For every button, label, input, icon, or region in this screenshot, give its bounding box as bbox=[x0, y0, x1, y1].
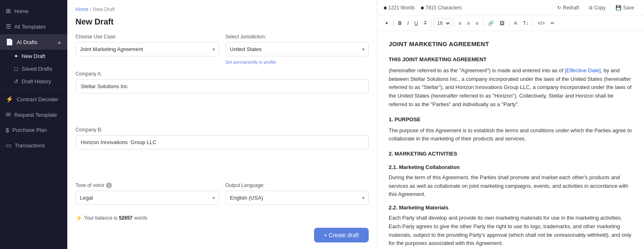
doc-actions: ↻ Redraft ⧉ Copy 💾 Save bbox=[554, 3, 637, 12]
doc-title: JOINT MARKETING AGREEMENT bbox=[389, 39, 633, 49]
section-21-content: During the term of this Agreement, the P… bbox=[389, 173, 633, 199]
copy-button[interactable]: ⧉ Copy bbox=[586, 3, 609, 12]
company-a-input[interactable] bbox=[75, 79, 369, 93]
toolbar-code-btn[interactable]: </> bbox=[535, 19, 547, 28]
card-icon: ▭ bbox=[6, 142, 11, 149]
redraft-icon: ↻ bbox=[557, 5, 561, 11]
history-icon: ↺ bbox=[14, 78, 18, 84]
sidebar-item-transactions[interactable]: ▭ Transactions bbox=[0, 138, 67, 153]
sidebar-item-contract-decoder[interactable]: ⚡ Contract Decoder bbox=[0, 91, 67, 107]
doc-words: 1221 Words bbox=[388, 5, 414, 11]
balance-prefix: Your balance is bbox=[84, 215, 117, 221]
doc-chars: 7815 Characters bbox=[425, 5, 462, 11]
breadcrumb-home[interactable]: Home bbox=[75, 7, 89, 12]
doc-intro-para: (hereinafter referred to as the "Agreeme… bbox=[389, 67, 633, 109]
company-b-label: Company B: bbox=[75, 127, 369, 133]
toolbar-sep-3 bbox=[454, 20, 454, 27]
form-row-tone: Tone of voice ℹ Legal Formal Friendly Pl… bbox=[75, 182, 369, 205]
sidebar-all-templates-label: All Templates bbox=[14, 24, 46, 30]
toolbar-magic-btn[interactable]: ✦ bbox=[382, 19, 391, 28]
jurisdiction-select-wrapper: United States United Kingdom Canada Aust… bbox=[226, 42, 369, 56]
create-draft-button[interactable]: + Create draft bbox=[314, 228, 369, 242]
toolbar-font-color-btn[interactable]: A bbox=[511, 19, 520, 28]
company-b-input[interactable] bbox=[75, 135, 369, 149]
draft-icon: 📄 bbox=[6, 38, 13, 46]
sidebar-home-label: Home bbox=[14, 8, 29, 14]
sidebar-item-draft-history[interactable]: ↺ Draft History bbox=[8, 75, 67, 88]
left-panel: Home / New Draft New Draft Choose Use Ca… bbox=[67, 0, 377, 249]
toolbar-strikethrough-btn[interactable]: T bbox=[421, 19, 429, 28]
draft-history-label: Draft History bbox=[22, 78, 51, 84]
sidebar-purchase-plan-label: Purchase Plan bbox=[12, 127, 47, 133]
page-title: New Draft bbox=[75, 17, 369, 27]
tone-select[interactable]: Legal Formal Friendly Plain bbox=[75, 191, 219, 205]
sidebar-request-template-label: Request Template bbox=[14, 112, 57, 118]
right-panel: 1221 Words 7815 Characters ↻ Redraft ⧉ C… bbox=[377, 0, 644, 249]
toolbar-ol-btn[interactable]: ≡ bbox=[465, 19, 472, 28]
toolbar-underline-btn[interactable]: U bbox=[412, 19, 420, 28]
copy-icon: ⧉ bbox=[589, 5, 593, 11]
chars-dot bbox=[421, 7, 424, 9]
sidebar-item-purchase-plan[interactable]: $ Purchase Plan bbox=[0, 122, 67, 138]
toolbar-sep-1 bbox=[393, 20, 394, 27]
toolbar-link-btn[interactable]: 🔗 bbox=[485, 19, 496, 28]
use-case-label: Choose Use Case: bbox=[75, 34, 219, 40]
sidebar-item-saved-drafts[interactable]: ◻ Saved Drafts bbox=[8, 62, 67, 75]
content-area: Home / New Draft New Draft Choose Use Ca… bbox=[67, 0, 644, 249]
balance-amount: 52657 bbox=[119, 215, 133, 221]
sidebar-transactions-label: Transactions bbox=[15, 142, 45, 149]
chevron-up-icon: ▲ bbox=[57, 40, 62, 44]
toolbar-align-btn[interactable]: ≡ bbox=[473, 19, 481, 28]
breadcrumb: Home / New Draft bbox=[75, 7, 369, 12]
toolbar-text-format-btn[interactable]: T↕ bbox=[520, 19, 531, 28]
jurisdiction-label: Select Jurisdiction: bbox=[226, 34, 369, 40]
toolbar-italic-btn[interactable]: I bbox=[405, 19, 411, 28]
words-dot bbox=[384, 7, 387, 9]
toolbar-sep-6 bbox=[533, 20, 533, 27]
sidebar-ai-drafts-header[interactable]: 📄 AI Drafts ▲ bbox=[0, 34, 67, 50]
jurisdiction-select[interactable]: United States United Kingdom Canada Aust… bbox=[226, 42, 369, 56]
tone-label: Tone of voice ℹ bbox=[75, 182, 219, 188]
sidebar-item-home[interactable]: ⊞ Home bbox=[0, 3, 67, 19]
doc-stats: 1221 Words 7815 Characters bbox=[384, 5, 462, 11]
use-case-select[interactable]: Joint Marketing Agreement NDA Service Ag… bbox=[75, 42, 219, 56]
toolbar-sep-5 bbox=[509, 20, 509, 27]
lightning-icon: ⚡ bbox=[6, 96, 13, 103]
sidebar-contract-decoder-label: Contract Decoder bbox=[17, 96, 58, 102]
toolbar-font-size-select[interactable]: 1612141824 bbox=[434, 18, 451, 28]
sidebar-item-request-template[interactable]: ✉ Request Template bbox=[0, 107, 67, 122]
toolbar-sep-2 bbox=[431, 20, 432, 27]
doc-topbar: 1221 Words 7815 Characters ↻ Redraft ⧉ C… bbox=[377, 0, 644, 16]
form-row-use-case: Choose Use Case: Joint Marketing Agreeme… bbox=[75, 34, 369, 64]
section-1-heading: 1. PURPOSE bbox=[389, 116, 633, 124]
save-icon: 💾 bbox=[615, 5, 622, 11]
save-button[interactable]: 💾 Save bbox=[612, 3, 637, 12]
flash-icon: ⚡ bbox=[75, 215, 82, 221]
sidebar-ai-drafts-sub: ✦ New Draft ◻ Saved Drafts ↺ Draft Histo… bbox=[0, 50, 67, 88]
sidebar-ai-drafts-left: 📄 AI Drafts bbox=[6, 38, 38, 46]
output-lang-select-wrapper: English (USA) French Spanish German bbox=[226, 191, 369, 205]
toolbar-ul-btn[interactable]: ≡ bbox=[456, 19, 464, 28]
output-lang-select[interactable]: English (USA) French Spanish German bbox=[226, 191, 369, 205]
company-a-label: Company A: bbox=[75, 71, 369, 77]
toolbar-bold-btn[interactable]: B bbox=[396, 19, 404, 28]
section-22-heading: 2.2. Marketing Materials bbox=[389, 204, 633, 212]
form-group-company-a: Company A: bbox=[75, 71, 369, 120]
doc-chars-stat: 7815 Characters bbox=[421, 5, 462, 11]
list-icon: ☰ bbox=[6, 23, 11, 30]
breadcrumb-current: New Draft bbox=[93, 7, 115, 12]
sidebar-group-ai-drafts: 📄 AI Drafts ▲ ✦ New Draft ◻ Saved Drafts… bbox=[0, 34, 67, 88]
section-22-content: Each Party shall develop and provide its… bbox=[389, 214, 633, 248]
redraft-label: Redraft bbox=[563, 5, 579, 11]
profile-link[interactable]: Set permanently in profile bbox=[226, 60, 369, 64]
redraft-button[interactable]: ↻ Redraft bbox=[554, 3, 582, 12]
sidebar-item-all-templates[interactable]: ☰ All Templates bbox=[0, 19, 67, 34]
section-21-heading: 2.1. Marketing Collaboration bbox=[389, 163, 633, 172]
balance-text: ⚡ Your balance is 52657 words bbox=[75, 215, 369, 221]
toolbar-image-btn[interactable]: 🖼 bbox=[497, 19, 507, 28]
use-case-select-wrapper: Joint Marketing Agreement NDA Service Ag… bbox=[75, 42, 219, 56]
breadcrumb-separator: / bbox=[90, 7, 91, 12]
form-group-company-b: Company B: bbox=[75, 127, 369, 176]
toolbar-highlight-btn[interactable]: ✏ bbox=[548, 19, 557, 28]
sidebar-item-new-draft[interactable]: ✦ New Draft bbox=[8, 50, 67, 62]
